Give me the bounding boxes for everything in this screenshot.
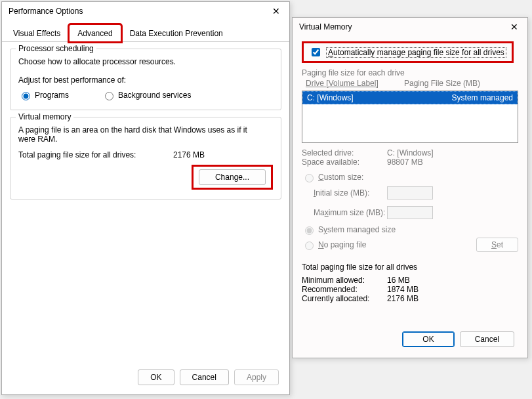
drive-row-c[interactable]: C: [Windows] System managed (302, 91, 518, 104)
initial-label-rest: nitial size (MB): (316, 188, 369, 198)
tab-advanced[interactable]: Advanced (69, 24, 121, 42)
perf-ok-button[interactable]: OK (138, 369, 174, 385)
maximum-size-input (387, 206, 433, 219)
virtual-memory-dialog: Virtual Memory ✕ Automatically manage pa… (292, 17, 528, 358)
auto-manage-checkbox[interactable]: Automatically manage paging file size fo… (309, 46, 506, 58)
drive-list-header: Drive [Volume Label] Paging File Size (M… (302, 77, 518, 89)
cur-label: Currently allocated: (302, 294, 387, 303)
min-label: Minimum allowed: (302, 276, 387, 285)
radio-custom-input (305, 174, 314, 182)
proc-desc: Choose how to allocate processor resourc… (18, 57, 273, 66)
vm-title: Virtual Memory (299, 22, 352, 32)
vm-desc: A paging file is an area on the hard dis… (18, 125, 255, 144)
radio-sysmanaged-input (305, 226, 314, 235)
tab-dep[interactable]: Data Execution Prevention (121, 24, 232, 42)
radio-programs-input[interactable] (22, 92, 30, 100)
proc-legend: Processor scheduling (16, 44, 96, 53)
close-icon[interactable]: ✕ (506, 22, 522, 32)
vm-total-label: Total paging file size for all drives: (18, 150, 169, 159)
radio-background-input[interactable] (105, 92, 113, 100)
min-value: 16 MB (387, 276, 518, 285)
col-drive: Drive [Volume Label] (306, 79, 404, 88)
radio-background-label: Background services (118, 91, 191, 100)
auto-manage-input[interactable] (312, 48, 320, 56)
col-size: Paging File Size (MB) (404, 79, 514, 88)
space-available-label: Space available: (302, 158, 387, 167)
selected-drive-label: Selected drive: (302, 148, 387, 158)
change-button[interactable]: Change... (199, 169, 266, 185)
auto-manage-label: Automatically manage paging file size fo… (326, 47, 506, 58)
perf-apply-button[interactable]: Apply (234, 369, 279, 385)
radio-background[interactable]: Background services (102, 90, 191, 100)
perf-tabs: Visual Effects Advanced Data Execution P… (2, 24, 289, 42)
selected-drive-value: C: [Windows] (387, 148, 518, 158)
radio-system-managed: System managed size (302, 224, 518, 235)
radio-custom-label-rest: ustom size: (324, 173, 364, 182)
cur-value: 2176 MB (387, 294, 518, 303)
nopaging-label-rest: o paging file (324, 240, 367, 249)
radio-nopaging-input (305, 242, 314, 250)
radio-no-paging: No paging file (302, 240, 366, 250)
space-available-value: 98807 MB (387, 158, 518, 167)
radio-programs[interactable]: Programs (18, 90, 69, 100)
perf-titlebar: Performance Options ✕ (2, 2, 289, 20)
radio-programs-label: Programs (35, 91, 69, 100)
virtual-memory-group: Virtual memory A paging file is an area … (10, 117, 281, 200)
drive-row-drive: C: [Windows] (307, 93, 405, 102)
total-legend: Total paging file size for all drives (302, 262, 518, 272)
proc-adjust-label: Adjust for best performance of: (18, 75, 273, 85)
perf-cancel-button[interactable]: Cancel (180, 369, 229, 385)
close-icon[interactable]: ✕ (268, 6, 284, 16)
vm-titlebar: Virtual Memory ✕ (293, 18, 527, 36)
maximum-label-rest: imum size (MB): (329, 208, 386, 217)
rec-label: Recommended: (302, 285, 387, 294)
rec-value: 1874 MB (387, 285, 518, 294)
space-available-row: Space available: 98807 MB (302, 158, 518, 167)
vm-cancel-button[interactable]: Cancel (460, 331, 514, 347)
perf-title: Performance Options (9, 7, 83, 16)
performance-options-dialog: Performance Options ✕ Visual Effects Adv… (1, 1, 290, 395)
initial-size-input (387, 186, 433, 200)
sysmanaged-label-rest: stem managed size (327, 225, 396, 234)
tab-visual-effects[interactable]: Visual Effects (5, 24, 69, 42)
drive-list[interactable]: C: [Windows] System managed (302, 91, 518, 143)
vm-legend: Virtual memory (16, 112, 73, 121)
drive-row-size: System managed (405, 93, 513, 102)
processor-scheduling-group: Processor scheduling Choose how to alloc… (10, 49, 281, 110)
each-drive-label: Paging file size for each drive (302, 68, 518, 77)
vm-ok-button[interactable]: OK (402, 331, 454, 347)
selected-drive-row: Selected drive: C: [Windows] (302, 148, 518, 158)
vm-total-value: 2176 MB (173, 150, 205, 159)
radio-custom-size: Custom size: (302, 172, 518, 182)
set-button: Set (476, 238, 518, 252)
